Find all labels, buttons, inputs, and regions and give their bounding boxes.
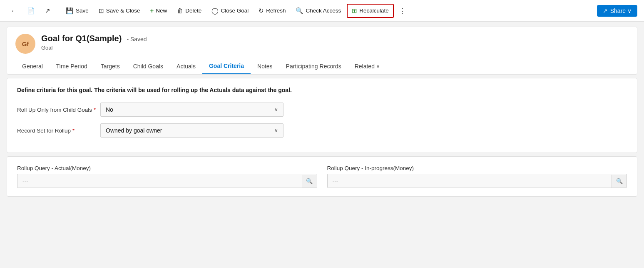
tab-child-goals[interactable]: Child Goals (127, 58, 170, 74)
record-set-form-row: Record Set for Rollup * Owned by goal ow… (17, 123, 627, 138)
tab-general[interactable]: General (15, 58, 50, 74)
page-title: Goal for Q1(Sample) (41, 34, 122, 43)
more-icon: ⋮ (399, 7, 406, 15)
new-button[interactable]: + New (146, 5, 172, 17)
record-type: Goal (41, 45, 147, 51)
rollup-actual-item: Rollup Query - Actual(Money) --- 🔍 (17, 165, 317, 188)
tab-related[interactable]: Related ∨ (348, 58, 386, 74)
save-icon: 💾 (66, 7, 74, 15)
rollup-chevron-icon: ∨ (274, 107, 278, 113)
delete-icon: 🗑 (177, 7, 183, 14)
record-set-chevron-icon: ∨ (274, 128, 278, 133)
rollup-actual-label: Rollup Query - Actual(Money) (17, 165, 317, 171)
close-goal-icon: ◯ (211, 7, 219, 15)
rollup-required: * (94, 107, 96, 113)
recalculate-button[interactable]: ⊞ Recalculate (347, 4, 394, 18)
back-button[interactable]: ← (7, 5, 21, 17)
share-icon: ↗ (603, 8, 608, 14)
saved-status: - Saved (127, 36, 147, 43)
save-label: Save (76, 8, 89, 14)
record-set-value: Owned by goal owner (106, 127, 162, 134)
check-access-button[interactable]: 🔍 Check Access (291, 5, 345, 17)
tab-goal-criteria[interactable]: Goal Criteria (202, 58, 251, 74)
recalculate-icon: ⊞ (352, 7, 357, 15)
share-button[interactable]: ↗ Share ∨ (597, 5, 637, 17)
rollup-actual-input: --- 🔍 (17, 174, 317, 188)
rollup-actual-search-icon: 🔍 (306, 178, 313, 184)
record-set-label: Record Set for Rollup * (17, 128, 100, 134)
check-access-label: Check Access (306, 8, 341, 14)
rollup-inprogress-value: --- (328, 174, 612, 188)
divider-1 (58, 5, 58, 17)
header-card: Gf Goal for Q1(Sample) - Saved Goal Gene… (7, 27, 637, 75)
record-set-required: * (72, 128, 75, 134)
record-set-select[interactable]: Owned by goal owner ∨ (100, 123, 283, 138)
share-label: Share ∨ (610, 8, 632, 14)
rollup-inprogress-search-icon: 🔍 (616, 178, 623, 184)
tab-participating-records[interactable]: Participating Records (279, 58, 348, 74)
more-button[interactable]: ⋮ (395, 4, 410, 18)
rollup-actual-value: --- (17, 174, 302, 188)
notes-view-icon: 📄 (27, 7, 35, 15)
tab-time-period[interactable]: Time Period (50, 58, 94, 74)
rollup-inprogress-label: Rollup Query - In-progress(Money) (327, 165, 627, 171)
related-chevron-icon: ∨ (376, 64, 380, 69)
close-goal-button[interactable]: ◯ Close Goal (207, 5, 253, 17)
close-goal-label: Close Goal (221, 8, 249, 14)
open-icon: ↗ (45, 7, 50, 15)
header-info: Goal for Q1(Sample) - Saved Goal (41, 34, 147, 51)
refresh-button[interactable]: ↻ Refresh (254, 5, 290, 17)
check-access-icon: 🔍 (296, 7, 303, 15)
recalculate-label: Recalculate (359, 8, 389, 14)
delete-button[interactable]: 🗑 Delete (173, 5, 206, 17)
new-icon: + (150, 7, 154, 14)
rollup-queries-card: Rollup Query - Actual(Money) --- 🔍 Rollu… (7, 156, 637, 197)
back-icon: ← (11, 7, 17, 14)
rollup-label: Roll Up Only from Child Goals * (17, 107, 100, 113)
rollup-inprogress-item: Rollup Query - In-progress(Money) --- 🔍 (327, 165, 627, 188)
avatar: Gf (15, 34, 35, 54)
rollup-row: Rollup Query - Actual(Money) --- 🔍 Rollu… (17, 165, 627, 188)
save-button[interactable]: 💾 Save (62, 5, 93, 17)
tab-targets[interactable]: Targets (94, 58, 127, 74)
rollup-inprogress-search-button[interactable]: 🔍 (612, 175, 627, 188)
refresh-icon: ↻ (259, 7, 264, 15)
rollup-inprogress-input: --- 🔍 (327, 174, 627, 188)
rollup-select[interactable]: No ∨ (100, 103, 283, 117)
tab-notes[interactable]: Notes (251, 58, 279, 74)
notes-view-button[interactable]: 📄 (23, 5, 39, 17)
open-button[interactable]: ↗ (41, 5, 55, 17)
content-card: Define criteria for this goal. The crite… (7, 78, 637, 153)
tab-actuals[interactable]: Actuals (170, 58, 202, 74)
save-close-label: Save & Close (106, 8, 140, 14)
tabs: General Time Period Targets Child Goals … (15, 58, 629, 74)
save-close-button[interactable]: ⊡ Save & Close (94, 5, 144, 17)
toolbar: ← 📄 ↗ 💾 Save ⊡ Save & Close + New 🗑 Dele… (0, 0, 644, 22)
refresh-label: Refresh (266, 8, 286, 14)
new-label: New (156, 8, 167, 14)
rollup-actual-search-button[interactable]: 🔍 (302, 175, 317, 188)
rollup-form-row: Roll Up Only from Child Goals * No ∨ (17, 103, 627, 117)
rollup-value: No (106, 106, 113, 113)
save-close-icon: ⊡ (99, 7, 104, 15)
criteria-description: Define criteria for this goal. The crite… (17, 87, 627, 93)
delete-label: Delete (185, 8, 201, 14)
